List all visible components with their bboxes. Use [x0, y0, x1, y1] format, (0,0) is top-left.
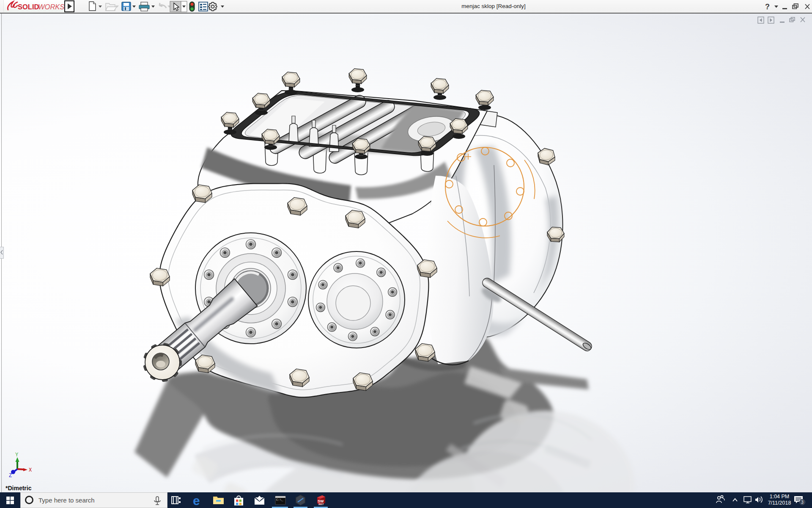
- svg-text:Z: Z: [9, 473, 12, 479]
- svg-text:WORKS: WORKS: [38, 3, 64, 11]
- svg-text:e: e: [193, 494, 200, 506]
- svg-text:2017: 2017: [318, 503, 324, 505]
- svg-text:X: X: [29, 467, 32, 473]
- svg-text:Y: Y: [15, 452, 18, 458]
- svg-text:SOLID: SOLID: [18, 3, 39, 11]
- svg-text:C:\_: C:\_: [276, 498, 284, 502]
- svg-text:?: ?: [765, 3, 770, 11]
- svg-text:3: 3: [801, 500, 804, 505]
